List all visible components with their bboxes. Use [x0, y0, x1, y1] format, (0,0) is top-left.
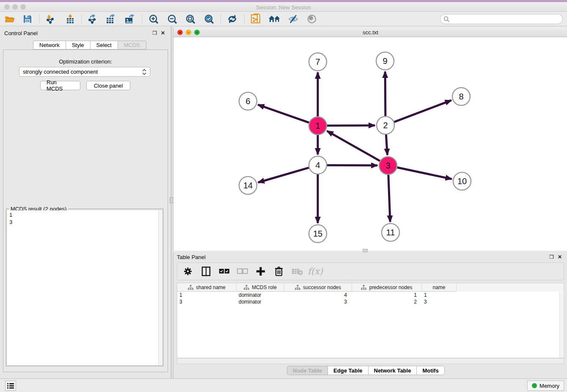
- edge-2-8[interactable]: [394, 100, 451, 122]
- node-1[interactable]: 1: [309, 117, 327, 135]
- tab-network-table[interactable]: Network Table: [368, 366, 417, 375]
- table-row[interactable]: 1dominator411: [177, 292, 564, 298]
- tab-select[interactable]: Select: [90, 41, 118, 50]
- table-panel-title: Table Panel: [177, 254, 206, 260]
- tab-network[interactable]: Network: [33, 41, 66, 50]
- save-session-icon[interactable]: [21, 13, 34, 25]
- optimization-criterion-label: Optimization criterion:: [3, 58, 168, 65]
- cell-shared-name[interactable]: 3: [177, 298, 237, 305]
- cell-predecessor-nodes[interactable]: 2: [352, 298, 422, 305]
- add-column-icon[interactable]: [255, 266, 266, 277]
- optimization-criterion-select[interactable]: strongly connected component: [19, 67, 150, 77]
- tab-node-table[interactable]: Node Table: [287, 366, 328, 375]
- node-7[interactable]: 7: [309, 53, 327, 71]
- app-titlebar: Session: New Session: [0, 2, 567, 12]
- table-header-row: shared nameMCDS rolesuccessor nodesprede…: [177, 283, 564, 292]
- column-header-predecessor-nodes[interactable]: predecessor nodes: [352, 283, 422, 292]
- node-8[interactable]: 8: [452, 88, 470, 105]
- horizontal-splitter-grip[interactable]: [363, 249, 368, 252]
- function-builder-icon[interactable]: f(x): [310, 266, 321, 277]
- cell-successor-nodes[interactable]: 3: [284, 298, 352, 305]
- open-file-icon[interactable]: [3, 13, 16, 25]
- deselect-all-icon[interactable]: [237, 266, 248, 277]
- node-10[interactable]: 10: [453, 172, 471, 190]
- table-scrollbar[interactable]: [559, 292, 563, 358]
- zoom-fit-icon[interactable]: [184, 13, 197, 25]
- svg-text:1: 1: [315, 121, 320, 130]
- tab-motifs[interactable]: Motifs: [416, 366, 444, 375]
- hide-panels-eye-icon[interactable]: [287, 13, 300, 25]
- cell-MCDS-role[interactable]: dominator: [237, 298, 284, 305]
- selected-option: strongly connected component: [23, 69, 98, 75]
- node-15[interactable]: 15: [309, 225, 327, 243]
- run-mcds-button[interactable]: Run MCDS: [40, 81, 80, 90]
- edge-3-10[interactable]: [397, 168, 452, 179]
- svg-text:9: 9: [383, 56, 387, 66]
- column-label: predecessor nodes: [369, 284, 412, 290]
- edge-4-3[interactable]: [327, 165, 377, 166]
- show-eye-icon[interactable]: [306, 13, 318, 25]
- node-3[interactable]: 3: [379, 157, 397, 174]
- close-panel-button[interactable]: Close panel: [86, 81, 130, 90]
- tab-edge-table[interactable]: Edge Table: [328, 366, 368, 375]
- close-panel-icon[interactable]: ✕: [558, 254, 562, 259]
- network-canvas[interactable]: 7968124314101511: [173, 37, 567, 251]
- column-type-icon: [295, 285, 300, 290]
- delete-column-icon[interactable]: [273, 266, 284, 277]
- cell-successor-nodes[interactable]: 4: [284, 292, 352, 298]
- home-icon[interactable]: [268, 13, 281, 25]
- column-header-shared-name[interactable]: shared name: [177, 283, 237, 292]
- node-11[interactable]: 11: [382, 224, 399, 241]
- import-table-icon[interactable]: [64, 13, 77, 25]
- export-image-icon[interactable]: [123, 13, 136, 25]
- node-2[interactable]: 2: [377, 116, 394, 134]
- float-panel-icon[interactable]: ❒: [549, 254, 554, 259]
- select-all-icon[interactable]: [219, 266, 230, 277]
- cell-shared-name[interactable]: 1: [177, 292, 237, 298]
- float-panel-icon[interactable]: ❒: [152, 30, 157, 36]
- tab-mcds[interactable]: MCDS: [118, 41, 146, 50]
- cell-MCDS-role[interactable]: dominator: [237, 292, 284, 298]
- column-header-successor-nodes[interactable]: successor nodes: [284, 283, 352, 292]
- import-network-icon[interactable]: [44, 13, 57, 25]
- node-table[interactable]: shared nameMCDS rolesuccessor nodesprede…: [177, 283, 564, 358]
- zoom-in-icon[interactable]: [147, 13, 160, 25]
- network-from-file-icon[interactable]: [250, 13, 262, 25]
- table-row[interactable]: 3dominator323: [177, 298, 564, 305]
- edge-1-6[interactable]: [258, 105, 309, 122]
- cell-name[interactable]: 1: [422, 292, 457, 298]
- task-history-button[interactable]: [5, 381, 16, 391]
- export-table-icon[interactable]: [105, 13, 117, 25]
- edge-3-1[interactable]: [327, 131, 380, 161]
- split-column-icon[interactable]: [201, 266, 212, 277]
- zoom-out-icon[interactable]: [166, 13, 179, 25]
- node-6[interactable]: 6: [239, 92, 257, 110]
- column-header-MCDS-role[interactable]: MCDS role: [237, 283, 284, 292]
- export-network-icon[interactable]: [86, 13, 99, 25]
- svg-text:14: 14: [243, 181, 253, 190]
- search-input[interactable]: [440, 14, 563, 24]
- cell-name[interactable]: 3: [422, 298, 457, 305]
- apply-layout-icon[interactable]: [226, 13, 239, 25]
- mcds-result-textarea[interactable]: 1 3: [7, 210, 160, 365]
- settings-gear-icon[interactable]: [182, 266, 193, 277]
- column-label: name: [432, 284, 445, 290]
- memory-button[interactable]: Memory: [527, 381, 564, 391]
- cell-predecessor-nodes[interactable]: 1: [352, 292, 422, 298]
- edge-2-3[interactable]: [386, 135, 387, 155]
- close-panel-icon[interactable]: ✕: [161, 30, 165, 36]
- svg-text:10: 10: [457, 177, 467, 186]
- tab-style[interactable]: Style: [66, 41, 90, 50]
- node-9[interactable]: 9: [376, 52, 394, 70]
- column-header-name[interactable]: name: [422, 283, 457, 292]
- zoom-selected-icon[interactable]: [203, 13, 215, 25]
- delete-table-icon[interactable]: [292, 266, 303, 277]
- edge-4-14[interactable]: [258, 168, 309, 182]
- node-4[interactable]: 4: [309, 156, 327, 174]
- column-label: MCDS role: [252, 284, 277, 290]
- node-14[interactable]: 14: [239, 177, 257, 194]
- edge-2-9[interactable]: [385, 72, 385, 116]
- edge-1-2[interactable]: [327, 125, 375, 126]
- edge-3-11[interactable]: [388, 175, 390, 222]
- result-scrollbar[interactable]: [158, 210, 162, 365]
